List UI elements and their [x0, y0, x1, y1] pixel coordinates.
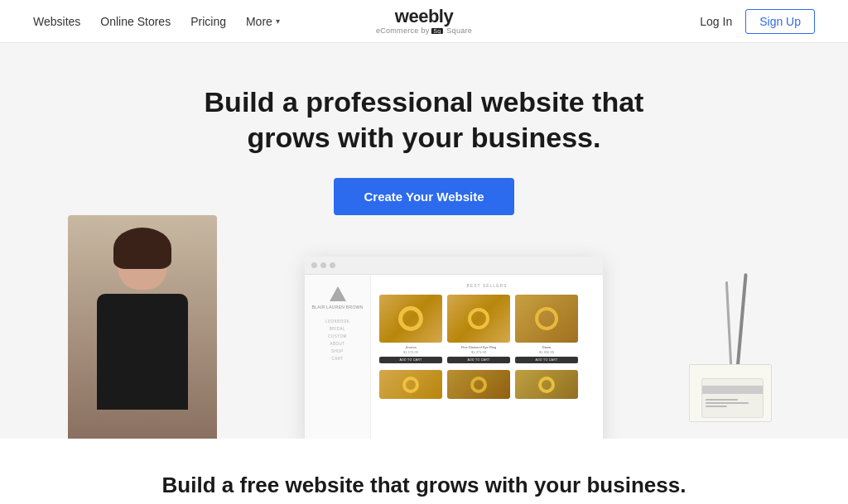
product-name-1: Jessica	[379, 345, 442, 349]
mockup-product-3: Diana $1,950.00 ADD TO CART	[515, 295, 578, 363]
hero-title: Build a professional website that grows …	[192, 84, 656, 155]
credit-card-icon	[701, 378, 764, 418]
add-to-cart-1[interactable]: ADD TO CART	[379, 357, 442, 363]
product-image-3	[515, 295, 578, 343]
person-hair	[113, 228, 171, 269]
add-to-cart-2[interactable]: ADD TO CART	[447, 357, 510, 363]
navbar: Websites Online Stores Pricing More ▾ we…	[0, 0, 848, 43]
product-price-1: $1,172.00	[379, 350, 442, 354]
card-stripe	[702, 386, 763, 394]
ring-icon-5	[470, 377, 487, 393]
mockup-main-content: BEST SELLERS Jessica $1,172.00 ADD TO CA…	[371, 275, 603, 439]
product-image-4	[379, 370, 442, 399]
logo[interactable]: weebly eCommerce by Sq Square	[376, 7, 472, 35]
hero-section: Build a professional website that grows …	[0, 43, 848, 439]
mockup-product-4	[379, 370, 442, 399]
mockup-browser-bar	[305, 257, 603, 275]
hero-images: BLAIR LAUREN BROWN LOOKBOOK BRIDAL CUSTO…	[51, 240, 797, 439]
product-price-3: $1,950.00	[515, 350, 578, 354]
person-head	[118, 232, 167, 290]
sketch-decoration	[664, 273, 772, 422]
nav-websites[interactable]: Websites	[33, 15, 80, 28]
add-to-cart-3[interactable]: ADD TO CART	[515, 357, 578, 363]
create-website-button[interactable]: Create Your Website	[334, 178, 513, 215]
mockup-nav-lookbook: LOOKBOOK	[311, 318, 364, 325]
mockup-nav-custom: CUSTOM	[311, 333, 364, 340]
person-image	[68, 215, 217, 439]
product-image-6	[515, 370, 578, 399]
browser-dot-1	[311, 262, 317, 268]
mockup-nav-about: ABOUT	[311, 340, 364, 348]
mockup-logo: BLAIR LAUREN BROWN	[311, 286, 364, 310]
product-name-2: Fine Diamond Eye Ring	[447, 345, 510, 349]
person-body	[97, 294, 188, 410]
mockup-nav-cart: CART	[311, 355, 364, 362]
ring-icon-6	[538, 377, 555, 393]
ring-icon-2	[468, 308, 489, 329]
triangle-logo-icon	[330, 286, 346, 301]
card-lines	[702, 394, 763, 412]
signup-button[interactable]: Sign Up	[745, 9, 815, 34]
ring-icon-1	[398, 306, 423, 331]
nav-pricing[interactable]: Pricing	[190, 15, 226, 28]
mockup-sidebar: BLAIR LAUREN BROWN LOOKBOOK BRIDAL CUSTO…	[305, 275, 371, 439]
bottom-title: Build a free website that grows with you…	[17, 472, 831, 500]
bottom-section: Build a free website that grows with you…	[0, 439, 848, 504]
mockup-products-row2	[379, 370, 595, 399]
nav-auth: Log In Sign Up	[700, 9, 815, 34]
mockup-product-5	[447, 370, 510, 399]
mockup-brand-name: BLAIR LAUREN BROWN	[311, 305, 364, 310]
nav-more-dropdown[interactable]: More ▾	[246, 15, 280, 28]
mockup-product-2: Fine Diamond Eye Ring $1,271.00 ADD TO C…	[447, 295, 510, 363]
nav-links: Websites Online Stores Pricing More ▾	[33, 15, 280, 28]
login-link[interactable]: Log In	[700, 15, 732, 28]
product-image-2	[447, 295, 510, 343]
mockup-products-row1: Jessica $1,172.00 ADD TO CART Fine Diamo…	[379, 295, 595, 363]
card-line-2	[706, 402, 749, 404]
card-line-3	[706, 406, 727, 407]
mockup-product-1: Jessica $1,172.00 ADD TO CART	[379, 295, 442, 363]
square-badge: Sq	[431, 28, 442, 35]
person-silhouette	[68, 232, 217, 439]
ring-icon-3	[535, 307, 558, 330]
logo-wordmark: weebly	[376, 7, 472, 26]
website-mockup: BLAIR LAUREN BROWN LOOKBOOK BRIDAL CUSTO…	[305, 257, 603, 439]
product-image-1	[379, 295, 442, 343]
browser-dot-3	[330, 262, 335, 268]
mockup-nav-bridal: BRIDAL	[311, 325, 364, 333]
browser-dot-2	[320, 262, 326, 268]
ring-icon-4	[402, 377, 419, 393]
product-name-3: Diana	[515, 345, 578, 349]
mockup-product-6	[515, 370, 578, 399]
product-price-2: $1,271.00	[447, 350, 510, 354]
nav-online-stores[interactable]: Online Stores	[100, 15, 171, 28]
card-line-1	[706, 399, 738, 401]
mockup-section-label: BEST SELLERS	[379, 283, 595, 288]
mockup-body: BLAIR LAUREN BROWN LOOKBOOK BRIDAL CUSTO…	[305, 275, 603, 439]
chevron-down-icon: ▾	[276, 17, 280, 26]
product-image-5	[447, 370, 510, 399]
logo-subtitle: eCommerce by Sq Square	[376, 27, 472, 36]
mockup-nav-shop: SHOP	[311, 348, 364, 355]
